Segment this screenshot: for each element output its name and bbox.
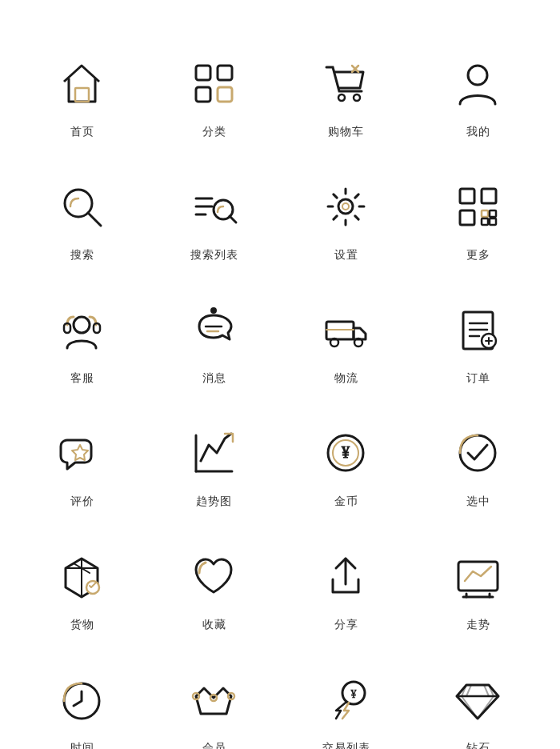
svg-line-11 <box>88 213 101 226</box>
home-item[interactable]: 首页 <box>16 32 148 155</box>
svg-line-17 <box>230 216 236 222</box>
svg-rect-26 <box>490 218 496 225</box>
share-item[interactable]: 分享 <box>280 525 412 648</box>
share-label: 分享 <box>334 618 358 632</box>
message-item[interactable]: 消息 <box>148 278 280 402</box>
category-item[interactable]: 分类 <box>148 32 280 155</box>
search-list-label: 搜索列表 <box>190 248 238 262</box>
time-item[interactable]: 时间 <box>16 648 148 749</box>
category-label: 分类 <box>202 125 226 139</box>
review-icon <box>50 421 114 485</box>
settings-item[interactable]: 设置 <box>280 155 412 278</box>
mine-label: 我的 <box>466 125 490 139</box>
transaction-list-label: 交易列表 <box>322 741 370 749</box>
svg-point-49 <box>460 435 495 471</box>
vip-label: 会员 <box>202 741 226 749</box>
message-label: 消息 <box>202 371 226 386</box>
svg-rect-20 <box>460 189 474 203</box>
svg-rect-1 <box>196 66 210 80</box>
coin-item[interactable]: ¥ 金币 <box>280 402 412 525</box>
svg-rect-25 <box>482 218 488 225</box>
svg-text:¥: ¥ <box>342 443 350 461</box>
logistics-label: 物流 <box>334 371 358 386</box>
selected-label: 选中 <box>466 495 490 509</box>
svg-rect-24 <box>490 210 496 217</box>
settings-label: 设置 <box>334 248 358 262</box>
trend-chart-label: 趋势图 <box>196 495 232 509</box>
favorite-icon <box>182 544 246 608</box>
mine-icon <box>446 51 510 115</box>
cart-item[interactable]: 购物车 <box>280 32 412 155</box>
cart-icon <box>314 51 378 115</box>
transaction-list-item[interactable]: ¥ 交易列表 <box>280 648 412 749</box>
category-icon <box>182 51 246 115</box>
search-item[interactable]: 搜索 <box>16 155 148 278</box>
svg-point-5 <box>338 94 345 101</box>
trend-icon <box>446 544 510 608</box>
time-label: 时间 <box>70 741 94 749</box>
cart-label: 购物车 <box>328 125 364 139</box>
search-label: 搜索 <box>70 248 94 262</box>
settings-icon <box>314 174 378 238</box>
svg-rect-0 <box>75 88 89 102</box>
selected-item[interactable]: 选中 <box>412 402 544 525</box>
svg-point-50 <box>86 581 99 594</box>
search-icon <box>50 174 114 238</box>
coin-icon: ¥ <box>314 421 378 485</box>
svg-rect-23 <box>482 210 488 217</box>
trend-label: 走势 <box>466 618 490 632</box>
vip-icon <box>182 667 246 731</box>
mine-item[interactable]: 我的 <box>412 32 544 155</box>
trend-chart-icon <box>182 421 246 485</box>
home-icon <box>50 51 114 115</box>
order-icon <box>446 298 510 362</box>
favorite-item[interactable]: 收藏 <box>148 525 280 648</box>
goods-icon <box>50 544 114 608</box>
more-icon <box>446 174 510 238</box>
trend-chart-item[interactable]: 趋势图 <box>148 402 280 525</box>
svg-rect-21 <box>482 189 496 203</box>
goods-item[interactable]: 货物 <box>16 525 148 648</box>
order-item[interactable]: 订单 <box>412 278 544 402</box>
diamond-label: 钻石 <box>466 741 490 749</box>
search-list-item[interactable]: 搜索列表 <box>148 155 280 278</box>
goods-label: 货物 <box>70 618 94 632</box>
customer-service-icon <box>50 298 114 362</box>
logistics-icon <box>314 298 378 362</box>
search-list-icon <box>182 174 246 238</box>
order-label: 订单 <box>466 371 490 386</box>
vip-item[interactable]: 会员 <box>148 648 280 749</box>
svg-point-18 <box>338 199 353 214</box>
selected-icon <box>446 421 510 485</box>
home-label: 首页 <box>70 125 94 139</box>
svg-rect-4 <box>218 87 232 102</box>
review-label: 评价 <box>70 495 94 509</box>
coin-label: 金币 <box>334 495 358 509</box>
more-item[interactable]: 更多 <box>412 155 544 278</box>
svg-rect-2 <box>218 66 232 80</box>
time-icon <box>50 667 114 731</box>
svg-text:¥: ¥ <box>351 688 357 700</box>
svg-rect-22 <box>460 210 474 225</box>
transaction-list-icon: ¥ <box>314 667 378 731</box>
more-label: 更多 <box>466 248 490 262</box>
svg-point-19 <box>342 203 349 210</box>
share-icon <box>314 544 378 608</box>
icon-grid: 首页 分类 购物车 <box>0 0 560 749</box>
favorite-label: 收藏 <box>202 618 226 632</box>
message-icon <box>182 298 246 362</box>
svg-point-27 <box>74 317 90 333</box>
customer-service-item[interactable]: 客服 <box>16 278 148 402</box>
customer-service-label: 客服 <box>70 371 94 386</box>
svg-point-9 <box>468 66 487 85</box>
diamond-item[interactable]: 钻石 <box>412 648 544 749</box>
svg-rect-3 <box>196 87 210 102</box>
logistics-item[interactable]: 物流 <box>280 278 412 402</box>
diamond-icon <box>446 667 510 731</box>
svg-point-6 <box>354 94 360 101</box>
review-item[interactable]: 评价 <box>16 402 148 525</box>
svg-point-30 <box>211 308 216 313</box>
trend-item[interactable]: 走势 <box>412 525 544 648</box>
